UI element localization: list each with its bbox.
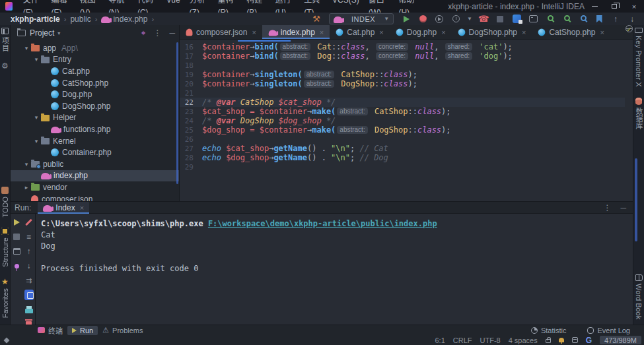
tree-item-functions-php[interactable]: functions.php xyxy=(11,123,179,135)
profiler-chevron-icon[interactable]: ▼ xyxy=(467,16,472,22)
tree-item-entry[interactable]: ▾Entry xyxy=(11,54,179,66)
inspections-ok-icon[interactable]: ✔ xyxy=(626,26,631,33)
soft-wrap-button[interactable]: ≡ xyxy=(24,232,34,241)
tree-item-composer-json[interactable]: composer.json xyxy=(11,193,179,201)
hide-panel-icon[interactable]: ─ xyxy=(169,28,175,38)
plugin-status-icon[interactable] xyxy=(572,337,578,343)
memory-indicator[interactable]: 473/989M xyxy=(600,336,641,344)
tree-item-kernel[interactable]: ▾Kernel xyxy=(11,135,179,147)
code-line-26[interactable]: 26 xyxy=(180,135,625,144)
stop-process-button[interactable] xyxy=(12,232,21,241)
tree-item-helper[interactable]: ▾Helper xyxy=(11,112,179,124)
notification-bell-icon[interactable] xyxy=(559,338,564,342)
tab-catshop-php[interactable]: CatShop.php× xyxy=(532,25,610,39)
build-hammer-icon[interactable]: ⚒ xyxy=(311,14,322,24)
tool-stripe-todo[interactable]: TODO xyxy=(1,187,9,218)
tree-item-catshop-php[interactable]: CatShop.php xyxy=(11,77,179,89)
tool-stripe-gear[interactable]: ⚙ xyxy=(1,62,9,70)
editor-code[interactable]: 16$container→bind(abstract: Cat::class, … xyxy=(180,40,625,201)
project-scrollbar[interactable] xyxy=(176,42,178,184)
editor-scrollbar[interactable] xyxy=(635,158,637,241)
code-line-25[interactable]: 25$dog_shop = $container→make(abstract: … xyxy=(180,125,625,135)
close-icon[interactable]: × xyxy=(441,28,445,36)
tool-stripe-favorites[interactable]: ★Favorites xyxy=(1,278,9,318)
project-view-chevron-icon[interactable]: ▾ xyxy=(57,30,60,36)
tab-index-php[interactable]: index.php× xyxy=(262,25,330,39)
code-line-23[interactable]: 23$cat_shop = $container→make(abstract: … xyxy=(180,107,625,116)
close-icon[interactable]: × xyxy=(600,28,604,36)
tree-item-cat-php[interactable]: Cat.php xyxy=(11,65,179,77)
breadcrumb-item-xkphp-article[interactable]: xkphp-article xyxy=(11,15,60,24)
navigate-up-icon[interactable]: ↑ xyxy=(610,14,621,24)
pin-tab-button[interactable] xyxy=(12,261,21,270)
rerun-button[interactable] xyxy=(12,218,21,227)
tree-item-dogshop-php[interactable]: DogShop.php xyxy=(11,100,179,112)
run-configuration-select[interactable]: INDEX ▼ xyxy=(329,13,394,24)
minimize-button[interactable] xyxy=(585,0,604,13)
locate-file-icon[interactable]: ⌖ xyxy=(141,28,146,38)
close-button[interactable]: × xyxy=(624,0,644,13)
clear-marks-button[interactable] xyxy=(24,218,34,227)
code-line-17[interactable]: 17$container→bind(abstract: Dog::class, … xyxy=(180,51,625,61)
panel-options-icon[interactable]: ⋮ xyxy=(153,28,161,38)
console-file-link[interactable]: F:\workspace\demo\xkphp-article\public\i… xyxy=(208,219,437,228)
run-console[interactable]: C:\Users\syfxl\scoop\shims\php.exe F:\wo… xyxy=(36,214,633,325)
print-button[interactable] xyxy=(24,305,34,314)
next-message-button[interactable]: ↓ xyxy=(24,261,34,270)
breadcrumb-item-index-php[interactable]: index.php xyxy=(113,15,147,24)
code-line-22[interactable]: 22/* @var CatShop $cat_shop */ xyxy=(180,98,625,107)
tree-item-dog-php[interactable]: Dog.php xyxy=(11,88,179,100)
line-separator[interactable]: CRLF xyxy=(453,336,472,344)
close-icon[interactable]: × xyxy=(80,204,84,212)
tool-stripe-项目[interactable]: 项目 xyxy=(0,28,11,51)
code-line-27[interactable]: 27echo $cat_shop→getName() . "\n"; // Ca… xyxy=(180,144,625,153)
project-panel-title[interactable]: Project xyxy=(30,28,54,38)
code-line-18[interactable]: 18 xyxy=(180,61,625,70)
toggled-console-button[interactable] xyxy=(24,290,34,299)
run-panel-hide-icon[interactable]: ─ xyxy=(620,203,626,212)
terminal-toolwindow-button[interactable]: 终端 xyxy=(33,326,67,335)
profiler-button[interactable] xyxy=(450,14,461,24)
terminal-popup-icon[interactable] xyxy=(528,14,538,24)
bookmark-icon[interactable] xyxy=(594,14,604,24)
tab-dog-php[interactable]: Dog.php× xyxy=(390,25,452,39)
plugin-blue-icon[interactable] xyxy=(511,14,522,24)
find-icon[interactable] xyxy=(577,14,588,24)
run-tab-index[interactable]: Index × xyxy=(38,202,89,214)
tree-item-container-php[interactable]: Container.php xyxy=(11,146,179,158)
run-panel-options-icon[interactable]: ⋮ xyxy=(603,203,611,212)
navigate-down-icon[interactable]: ↓ xyxy=(627,14,637,24)
lock-icon[interactable] xyxy=(546,339,551,343)
code-line-29[interactable]: 29 xyxy=(180,162,625,172)
event-log-button[interactable]: Event Log xyxy=(583,326,635,335)
tool-stripe-word-book[interactable]: Word Book xyxy=(635,274,643,319)
tree-item-index-php[interactable]: index.php xyxy=(11,170,179,182)
run-button[interactable] xyxy=(401,14,411,24)
tree-item-public[interactable]: ▾public xyxy=(11,158,179,170)
run-toolwindow-button[interactable]: Run xyxy=(67,326,98,335)
status-left-icon[interactable] xyxy=(3,337,9,343)
close-icon[interactable]: × xyxy=(522,28,526,36)
statistic-button[interactable]: Statistic xyxy=(526,326,571,335)
tool-stripe-structure[interactable]: Structure xyxy=(1,228,9,267)
close-icon[interactable]: × xyxy=(379,28,383,36)
code-line-28[interactable]: 28echo $dog_shop→getName() . "\n"; // Do… xyxy=(180,153,625,162)
code-line-20[interactable]: 20$container→singleton(abstract: DogShop… xyxy=(180,79,625,88)
close-icon[interactable]: × xyxy=(252,28,256,36)
tab-dogshop-php[interactable]: DogShop.php× xyxy=(452,25,532,39)
prev-message-button[interactable]: ↑ xyxy=(24,247,34,256)
tool-stripe-key-promoter-x[interactable]: Key Promoter X xyxy=(635,28,643,87)
caret-position[interactable]: 6:1 xyxy=(435,336,445,344)
code-line-16[interactable]: 16$container→bind(abstract: Cat::class, … xyxy=(180,42,625,51)
php-debug-listen-button[interactable]: ☎ xyxy=(478,14,489,24)
file-encoding[interactable]: UTF-8 xyxy=(480,336,501,344)
debug-button[interactable] xyxy=(417,14,428,24)
close-icon[interactable]: × xyxy=(320,28,324,36)
scroll-to-end-button[interactable]: ⇉ xyxy=(24,276,34,285)
code-line-21[interactable]: 21 xyxy=(180,88,625,98)
tab-composer-json[interactable]: composer.json× xyxy=(180,25,262,39)
tool-stripe-数据库[interactable]: 数据库 xyxy=(633,98,644,129)
search-icon[interactable] xyxy=(544,14,555,24)
tab-cat-php[interactable]: Cat.php× xyxy=(330,25,389,39)
problems-toolwindow-button[interactable]: ⚠ Problems xyxy=(98,326,147,335)
